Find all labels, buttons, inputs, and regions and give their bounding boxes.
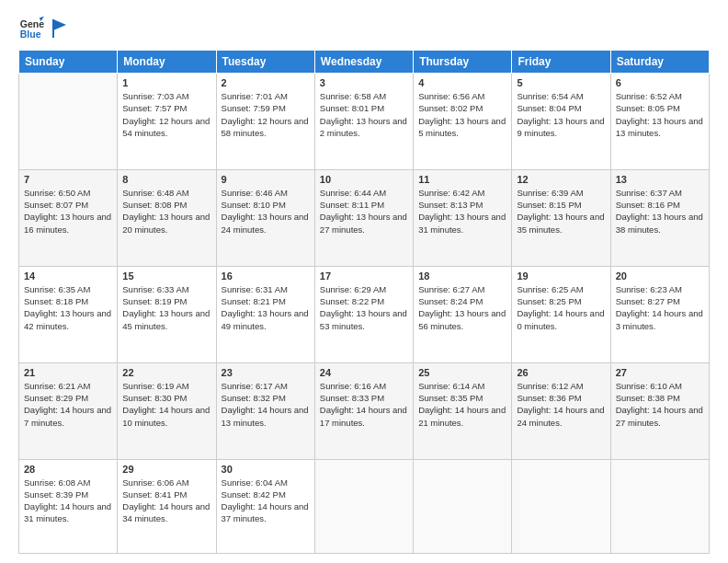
- calendar-cell: 9Sunrise: 6:46 AMSunset: 8:10 PMDaylight…: [216, 169, 314, 266]
- day-info: Sunrise: 6:33 AMSunset: 8:19 PMDaylight:…: [122, 283, 210, 332]
- day-number: 9: [222, 174, 310, 185]
- day-number: 14: [24, 270, 112, 282]
- day-number: 18: [418, 270, 506, 282]
- weekday-header-sunday: Sunday: [19, 51, 118, 74]
- day-number: 26: [517, 367, 605, 378]
- day-number: 30: [222, 464, 310, 475]
- day-info: Sunrise: 6:35 AMSunset: 8:18 PMDaylight:…: [24, 283, 112, 332]
- day-info: Sunrise: 6:52 AMSunset: 8:05 PMDaylight:…: [616, 90, 704, 139]
- calendar-cell: 10Sunrise: 6:44 AMSunset: 8:11 PMDayligh…: [314, 169, 413, 266]
- calendar-cell: 18Sunrise: 6:27 AMSunset: 8:24 PMDayligh…: [414, 266, 512, 362]
- day-number: 25: [418, 367, 506, 378]
- day-number: 1: [122, 77, 210, 88]
- calendar-cell: 11Sunrise: 6:42 AMSunset: 8:13 PMDayligh…: [414, 169, 512, 266]
- day-number: 3: [320, 77, 408, 88]
- weekday-header-friday: Friday: [512, 51, 610, 74]
- calendar-cell: 25Sunrise: 6:14 AMSunset: 8:35 PMDayligh…: [414, 362, 512, 459]
- calendar-cell: 28Sunrise: 6:08 AMSunset: 8:39 PMDayligh…: [19, 459, 118, 554]
- day-number: 22: [122, 367, 210, 378]
- page: General Blue SundayMondayTuesdayWednesda…: [0, 0, 728, 563]
- weekday-header-row: SundayMondayTuesdayWednesdayThursdayFrid…: [19, 51, 710, 74]
- day-info: Sunrise: 7:03 AMSunset: 7:57 PMDaylight:…: [122, 90, 210, 139]
- logo-flag-icon: [51, 17, 68, 38]
- day-info: Sunrise: 6:48 AMSunset: 8:08 PMDaylight:…: [122, 187, 210, 236]
- day-number: 11: [418, 174, 506, 185]
- header: General Blue: [18, 15, 710, 40]
- day-number: 7: [24, 174, 112, 185]
- day-info: Sunrise: 6:29 AMSunset: 8:22 PMDaylight:…: [320, 283, 408, 332]
- calendar-cell: 30Sunrise: 6:04 AMSunset: 8:42 PMDayligh…: [216, 459, 314, 554]
- week-row-3: 14Sunrise: 6:35 AMSunset: 8:18 PMDayligh…: [19, 266, 710, 362]
- day-number: 19: [517, 270, 605, 282]
- day-info: Sunrise: 6:06 AMSunset: 8:41 PMDaylight:…: [122, 477, 210, 525]
- calendar-cell: [414, 459, 512, 554]
- calendar-cell: [19, 74, 118, 170]
- logo-icon: General Blue: [18, 15, 44, 40]
- calendar-cell: 21Sunrise: 6:21 AMSunset: 8:29 PMDayligh…: [19, 362, 118, 459]
- day-number: 20: [616, 270, 704, 282]
- day-info: Sunrise: 6:08 AMSunset: 8:39 PMDaylight:…: [24, 477, 112, 525]
- day-info: Sunrise: 6:44 AMSunset: 8:11 PMDaylight:…: [320, 187, 408, 236]
- week-row-4: 21Sunrise: 6:21 AMSunset: 8:29 PMDayligh…: [19, 362, 710, 459]
- day-info: Sunrise: 6:25 AMSunset: 8:25 PMDaylight:…: [517, 283, 605, 332]
- day-info: Sunrise: 6:19 AMSunset: 8:30 PMDaylight:…: [122, 380, 210, 429]
- day-number: 21: [24, 367, 112, 378]
- day-info: Sunrise: 6:50 AMSunset: 8:07 PMDaylight:…: [24, 187, 112, 236]
- day-info: Sunrise: 6:12 AMSunset: 8:36 PMDaylight:…: [517, 380, 605, 429]
- calendar-cell: 22Sunrise: 6:19 AMSunset: 8:30 PMDayligh…: [118, 362, 216, 459]
- day-number: 29: [122, 464, 210, 475]
- calendar-cell: 29Sunrise: 6:06 AMSunset: 8:41 PMDayligh…: [118, 459, 216, 554]
- calendar-cell: 19Sunrise: 6:25 AMSunset: 8:25 PMDayligh…: [512, 266, 610, 362]
- weekday-header-tuesday: Tuesday: [216, 51, 314, 74]
- calendar-table: SundayMondayTuesdayWednesdayThursdayFrid…: [18, 50, 710, 554]
- day-number: 17: [320, 270, 408, 282]
- weekday-header-wednesday: Wednesday: [314, 51, 413, 74]
- calendar-cell: 12Sunrise: 6:39 AMSunset: 8:15 PMDayligh…: [512, 169, 610, 266]
- calendar-cell: 26Sunrise: 6:12 AMSunset: 8:36 PMDayligh…: [512, 362, 610, 459]
- calendar-cell: 20Sunrise: 6:23 AMSunset: 8:27 PMDayligh…: [610, 266, 709, 362]
- calendar-cell: 14Sunrise: 6:35 AMSunset: 8:18 PMDayligh…: [19, 266, 118, 362]
- weekday-header-monday: Monday: [118, 51, 216, 74]
- day-number: 12: [517, 174, 605, 185]
- calendar-cell: 13Sunrise: 6:37 AMSunset: 8:16 PMDayligh…: [610, 169, 709, 266]
- svg-marker-3: [53, 19, 66, 30]
- day-info: Sunrise: 6:10 AMSunset: 8:38 PMDaylight:…: [616, 380, 704, 429]
- calendar-cell: 1Sunrise: 7:03 AMSunset: 7:57 PMDaylight…: [118, 74, 216, 170]
- day-info: Sunrise: 6:56 AMSunset: 8:02 PMDaylight:…: [418, 90, 506, 139]
- calendar-cell: 6Sunrise: 6:52 AMSunset: 8:05 PMDaylight…: [610, 74, 709, 170]
- weekday-header-saturday: Saturday: [610, 51, 709, 74]
- week-row-2: 7Sunrise: 6:50 AMSunset: 8:07 PMDaylight…: [19, 169, 710, 266]
- day-info: Sunrise: 6:14 AMSunset: 8:35 PMDaylight:…: [418, 380, 506, 429]
- week-row-1: 1Sunrise: 7:03 AMSunset: 7:57 PMDaylight…: [19, 74, 710, 170]
- calendar-cell: 17Sunrise: 6:29 AMSunset: 8:22 PMDayligh…: [314, 266, 413, 362]
- day-info: Sunrise: 6:31 AMSunset: 8:21 PMDaylight:…: [222, 283, 310, 332]
- day-number: 5: [517, 77, 605, 88]
- calendar-cell: 5Sunrise: 6:54 AMSunset: 8:04 PMDaylight…: [512, 74, 610, 170]
- day-number: 16: [222, 270, 310, 282]
- day-number: 8: [122, 174, 210, 185]
- day-number: 24: [320, 367, 408, 378]
- day-number: 13: [616, 174, 704, 185]
- calendar-cell: [314, 459, 413, 554]
- calendar-cell: 23Sunrise: 6:17 AMSunset: 8:32 PMDayligh…: [216, 362, 314, 459]
- calendar-cell: 8Sunrise: 6:48 AMSunset: 8:08 PMDaylight…: [118, 169, 216, 266]
- calendar-cell: 4Sunrise: 6:56 AMSunset: 8:02 PMDaylight…: [414, 74, 512, 170]
- day-info: Sunrise: 6:23 AMSunset: 8:27 PMDaylight:…: [616, 283, 704, 332]
- day-info: Sunrise: 6:04 AMSunset: 8:42 PMDaylight:…: [222, 477, 310, 525]
- calendar-cell: 7Sunrise: 6:50 AMSunset: 8:07 PMDaylight…: [19, 169, 118, 266]
- calendar-cell: 16Sunrise: 6:31 AMSunset: 8:21 PMDayligh…: [216, 266, 314, 362]
- day-info: Sunrise: 6:46 AMSunset: 8:10 PMDaylight:…: [222, 187, 310, 236]
- calendar-cell: 2Sunrise: 7:01 AMSunset: 7:59 PMDaylight…: [216, 74, 314, 170]
- day-number: 23: [222, 367, 310, 378]
- day-info: Sunrise: 6:58 AMSunset: 8:01 PMDaylight:…: [320, 90, 408, 139]
- calendar-cell: 15Sunrise: 6:33 AMSunset: 8:19 PMDayligh…: [118, 266, 216, 362]
- calendar-cell: [610, 459, 709, 554]
- logo: General Blue: [18, 15, 68, 40]
- day-info: Sunrise: 6:42 AMSunset: 8:13 PMDaylight:…: [418, 187, 506, 236]
- day-info: Sunrise: 6:17 AMSunset: 8:32 PMDaylight:…: [222, 380, 310, 429]
- day-info: Sunrise: 6:39 AMSunset: 8:15 PMDaylight:…: [517, 187, 605, 236]
- day-number: 2: [222, 77, 310, 88]
- day-number: 4: [418, 77, 506, 88]
- day-info: Sunrise: 7:01 AMSunset: 7:59 PMDaylight:…: [222, 90, 310, 139]
- day-number: 6: [616, 77, 704, 88]
